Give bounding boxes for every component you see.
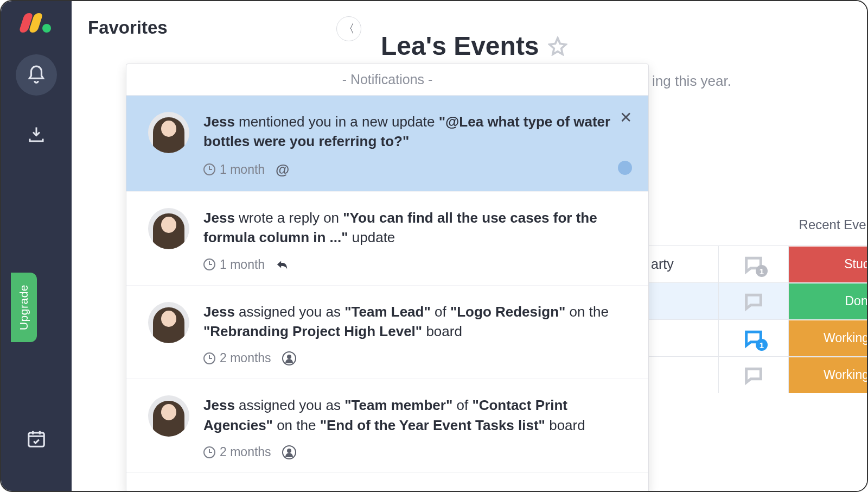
row-chat-button[interactable]: 1 bbox=[718, 320, 789, 356]
chat-bubble-icon bbox=[742, 364, 765, 386]
table-row[interactable]: Working on it bbox=[647, 356, 868, 393]
chat-count-badge: 1 bbox=[756, 265, 768, 277]
notification-item[interactable]: Jess mentioned you in a new update "@Lea… bbox=[126, 96, 648, 192]
close-icon: ✕ bbox=[620, 109, 632, 126]
app-logo[interactable] bbox=[22, 13, 51, 33]
avatar[interactable] bbox=[148, 395, 189, 437]
clock-icon bbox=[203, 446, 215, 458]
nav-calendar[interactable] bbox=[16, 418, 57, 459]
notification-item[interactable]: Jess assigned you as "Team Lead" of "Log… bbox=[126, 286, 648, 380]
chat-count-badge: 1 bbox=[756, 339, 768, 351]
assigned-person-icon bbox=[282, 445, 296, 459]
row-label: arty bbox=[647, 256, 718, 272]
collapse-sidebar-button[interactable]: 〈 bbox=[336, 16, 361, 41]
left-rail: Upgrade bbox=[1, 1, 72, 491]
notification-item[interactable]: Jess wrote a reply on "You can find all … bbox=[126, 192, 648, 286]
notification-time: 2 months bbox=[203, 351, 271, 365]
avatar[interactable] bbox=[148, 208, 189, 249]
dismiss-notification-button[interactable]: ✕ bbox=[620, 109, 632, 127]
inbox-download-icon bbox=[26, 125, 47, 144]
notification-text: Jess assigned you as "Team Lead" of "Log… bbox=[203, 302, 627, 342]
board-header: Lea's Events bbox=[381, 31, 567, 61]
main-area: Favorites 〈 Lea's Events ing this year. … bbox=[72, 1, 867, 491]
notification-text: Jess assigned you as "Team member" of "C… bbox=[203, 395, 627, 435]
nav-notifications[interactable] bbox=[16, 54, 57, 96]
clock-icon bbox=[203, 258, 215, 270]
notification-text: Jess mentioned you in a new update "@Lea… bbox=[203, 112, 627, 152]
notification-time: 1 month bbox=[203, 257, 265, 272]
notifications-title: - Notifications - bbox=[126, 64, 648, 96]
status-cell[interactable]: Working on it bbox=[789, 357, 868, 393]
bell-icon bbox=[26, 64, 47, 86]
status-cell[interactable]: Done bbox=[789, 283, 868, 319]
board-title: Lea's Events bbox=[381, 31, 539, 61]
table-row[interactable]: Done bbox=[647, 282, 868, 319]
assigned-person-icon bbox=[282, 351, 296, 365]
row-chat-button[interactable] bbox=[718, 357, 789, 393]
notification-time: 2 months bbox=[203, 445, 271, 459]
sidebar-section-title: Favorites bbox=[88, 17, 168, 38]
avatar[interactable] bbox=[148, 302, 189, 343]
table-row[interactable]: 1 Working on it bbox=[647, 319, 868, 356]
svg-rect-0 bbox=[29, 433, 44, 446]
board-subtitle-fragment: ing this year. bbox=[652, 73, 731, 90]
notifications-popup: - Notifications - Jess mentioned you in … bbox=[126, 64, 649, 492]
row-chat-button[interactable] bbox=[718, 283, 789, 319]
clock-icon bbox=[203, 163, 215, 175]
board-table: Recent Event Status arty 1 Stuck Done bbox=[647, 217, 868, 393]
table-row[interactable]: arty 1 Stuck bbox=[647, 245, 868, 282]
app-frame: Upgrade Favorites 〈 Lea's Events ing thi… bbox=[0, 0, 868, 492]
notification-item[interactable]: Jess assigned you as "Team member" of "C… bbox=[126, 379, 648, 473]
notification-text: Jess wrote a reply on "You can find all … bbox=[203, 208, 627, 248]
column-header-status[interactable]: Recent Event Status bbox=[788, 217, 868, 232]
nav-inbox[interactable] bbox=[16, 114, 57, 155]
calendar-check-icon bbox=[26, 428, 47, 449]
upgrade-button[interactable]: Upgrade bbox=[11, 273, 37, 342]
row-chat-button[interactable]: 1 bbox=[718, 246, 789, 282]
status-cell[interactable]: Stuck bbox=[789, 247, 868, 282]
avatar[interactable] bbox=[148, 112, 189, 153]
status-cell[interactable]: Working on it bbox=[789, 320, 868, 356]
reply-icon bbox=[276, 258, 289, 270]
clock-icon bbox=[203, 352, 215, 364]
favorite-star-icon[interactable] bbox=[548, 36, 567, 56]
chat-bubble-icon bbox=[742, 291, 765, 312]
unread-indicator bbox=[618, 161, 632, 175]
chevron-left-icon: 〈 bbox=[343, 21, 355, 37]
mention-icon: @ bbox=[276, 161, 289, 178]
notification-time: 1 month bbox=[203, 162, 265, 177]
